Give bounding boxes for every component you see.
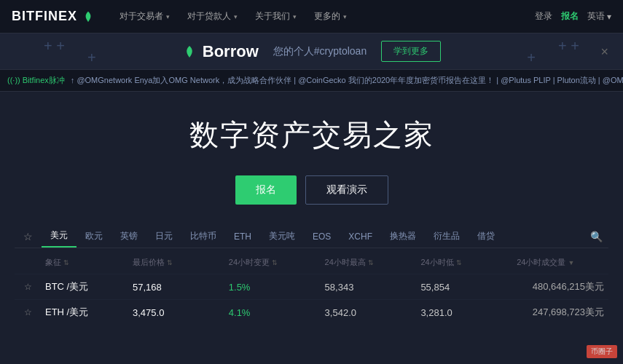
chevron-down-icon: ▾ (293, 13, 297, 20)
nav-item-lenders[interactable]: 对于贷款人 ▾ (180, 6, 245, 27)
low-eth: 3,281.0 (416, 301, 512, 324)
change-eth: 4.1% (224, 301, 321, 324)
register-button[interactable]: 报名 (561, 10, 579, 23)
decoration-plus: + (527, 50, 536, 66)
volume-btc: 480,646,215美元 (512, 274, 608, 299)
col-volume: 24小时成交量 ▼ (512, 254, 608, 271)
ticker-pulse: ((·)) Bitfinex脉冲 (7, 75, 65, 86)
price-eth: 3,475.0 (128, 301, 224, 324)
market-section: ☆ 美元 欧元 英镑 日元 比特币 ETH 美元吨 EOS XCHF 换热器 衍… (0, 225, 623, 325)
high-eth: 3,542.0 (321, 301, 417, 324)
col-high: 24小时最高 ⇅ (321, 254, 417, 271)
search-icon[interactable]: 🔍 (584, 226, 608, 247)
tab-eos[interactable]: EOS (304, 227, 340, 246)
nav-item-more[interactable]: 更多的 ▾ (307, 6, 354, 27)
sort-icon[interactable]: ⇅ (63, 259, 69, 266)
tab-btc[interactable]: 比特币 (181, 226, 225, 247)
tab-derivatives[interactable]: 衍生品 (425, 226, 469, 247)
chevron-down-icon: ▾ (234, 13, 238, 20)
login-button[interactable]: 登录 (535, 10, 552, 23)
market-table: 象征 ⇅ 最后价格 ⇅ 24小时变更 ⇅ 24小时最高 ⇅ 24小时低 ⇅ 24… (15, 251, 608, 325)
nav-item-traders[interactable]: 对于交易者 ▾ (112, 6, 177, 27)
tab-exchange[interactable]: 换热器 (381, 226, 425, 247)
logo-leaf-icon (82, 10, 95, 23)
hero-buttons: 报名 观看演示 (235, 175, 388, 205)
borrow-leaf-icon (182, 44, 197, 59)
hero-demo-button[interactable]: 观看演示 (305, 175, 388, 205)
language-selector[interactable]: 英语 ▾ (587, 10, 611, 23)
sort-icon[interactable]: ⇅ (456, 259, 462, 266)
header: BITFINEX 对于交易者 ▾ 对于贷款人 ▾ 关于我们 ▾ 更多的 ▾ 登录… (0, 0, 623, 33)
ticker-scroll: ↑ @OMGnetwork Enya加入OMG Network，成为战略合作伙伴… (71, 75, 623, 86)
tab-jpy[interactable]: 日元 (146, 226, 181, 247)
tab-usd[interactable]: 美元 (42, 225, 77, 248)
logo[interactable]: BITFINEX (12, 9, 95, 24)
change-btc: 1.5% (224, 276, 321, 298)
watermark: 币圈子 (587, 345, 617, 358)
tab-gbp[interactable]: 英镑 (111, 226, 146, 247)
sort-icon[interactable]: ▼ (568, 259, 574, 266)
col-low: 24小时低 ⇅ (416, 254, 512, 271)
header-right: 登录 报名 英语 ▾ (535, 10, 611, 23)
banner-logo: Borrow (182, 42, 259, 61)
hero-register-button[interactable]: 报名 (235, 175, 297, 205)
table-row[interactable]: ☆ BTC /美元 57,168 1.5% 58,343 55,854 480,… (15, 274, 608, 299)
banner-subtitle: 您的个人#cryptoloan (273, 45, 367, 58)
col-symbol: 象征 ⇅ (41, 254, 128, 271)
tab-usdt[interactable]: 美元吨 (260, 226, 304, 247)
low-btc: 55,854 (416, 276, 512, 298)
chevron-down-icon: ▾ (166, 13, 170, 20)
chevron-down-icon: ▾ (343, 13, 347, 20)
hero-title: 数字资产交易之家 (189, 115, 434, 155)
symbol-eth: ETH /美元 (41, 300, 128, 325)
banner: + + + + + + Borrow 您的个人#cryptoloan 学到更多 … (0, 33, 623, 70)
star-icon: ☆ (24, 307, 32, 317)
star-btc[interactable]: ☆ (15, 276, 41, 298)
hero-section: 数字资产交易之家 报名 观看演示 (0, 92, 623, 219)
high-btc: 58,343 (321, 276, 417, 298)
tab-xchf[interactable]: XCHF (340, 227, 381, 246)
table-header: 象征 ⇅ 最后价格 ⇅ 24小时变更 ⇅ 24小时最高 ⇅ 24小时低 ⇅ 24… (15, 251, 608, 274)
col-change: 24小时变更 ⇅ (224, 254, 321, 271)
decoration-plus: + + (44, 38, 65, 55)
star-favorites-tab[interactable]: ☆ (15, 226, 42, 247)
star-icon: ☆ (24, 282, 32, 292)
star-eth[interactable]: ☆ (15, 301, 41, 323)
nav-items: 对于交易者 ▾ 对于贷款人 ▾ 关于我们 ▾ 更多的 ▾ (112, 6, 535, 27)
decoration-plus: + (87, 50, 96, 66)
market-tabs: ☆ 美元 欧元 英镑 日元 比特币 ETH 美元吨 EOS XCHF 换热器 衍… (15, 225, 608, 248)
sort-icon[interactable]: ⇅ (167, 259, 173, 266)
decoration-plus: + + (558, 38, 579, 55)
tab-lending[interactable]: 借贷 (469, 226, 504, 247)
table-row[interactable]: ☆ ETH /美元 3,475.0 4.1% 3,542.0 3,281.0 2… (15, 299, 608, 325)
chevron-down-icon: ▾ (607, 12, 611, 22)
close-icon[interactable]: × (600, 44, 608, 59)
volume-eth: 247,698,723美元 (512, 300, 608, 325)
tab-eth[interactable]: ETH (225, 227, 260, 246)
banner-content: Borrow 您的个人#cryptoloan 学到更多 (182, 41, 441, 62)
price-btc: 57,168 (128, 276, 224, 298)
banner-cta-button[interactable]: 学到更多 (381, 41, 441, 62)
sort-icon[interactable]: ⇅ (272, 259, 278, 266)
nav-item-about[interactable]: 关于我们 ▾ (248, 6, 304, 27)
tab-eur[interactable]: 欧元 (77, 226, 111, 247)
ticker-bar: ((·)) Bitfinex脉冲 ↑ @OMGnetwork Enya加入OMG… (0, 70, 623, 92)
col-price: 最后价格 ⇅ (128, 254, 224, 271)
symbol-btc: BTC /美元 (41, 274, 128, 299)
logo-text: BITFINEX (12, 9, 77, 24)
col-star (15, 254, 41, 271)
sort-icon[interactable]: ⇅ (368, 259, 374, 266)
